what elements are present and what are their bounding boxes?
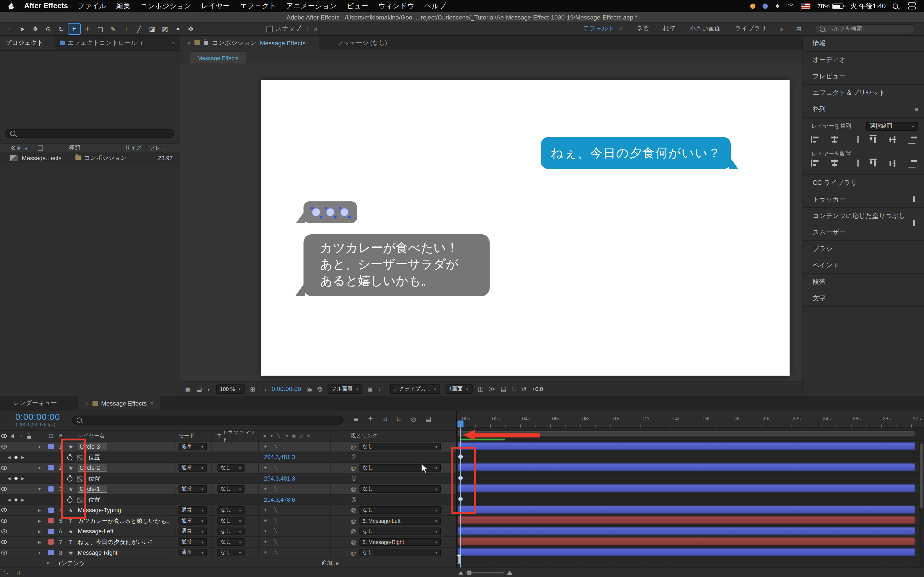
close-icon[interactable]: × — [85, 400, 89, 407]
exposure-value[interactable]: +0.0 — [532, 386, 543, 392]
align-icon-0[interactable] — [811, 136, 820, 143]
zoom-slider-thumb[interactable] — [467, 570, 471, 575]
property-row-position[interactable]: ◀◆▶位置254.3,481.3@ — [0, 474, 456, 484]
zoom-in-icon[interactable] — [507, 570, 513, 575]
layer-color-chip[interactable] — [46, 539, 55, 545]
visibility-toggle[interactable] — [0, 466, 8, 470]
panel-section-トラッカー[interactable]: トラッカー — [803, 191, 924, 208]
next-keyframe-icon[interactable]: ▶ — [21, 476, 24, 481]
blend-mode-select[interactable]: 通常▼ — [178, 485, 207, 493]
align-icon-2[interactable] — [850, 136, 858, 143]
parent-select[interactable]: なし▼ — [359, 527, 441, 535]
viewer-time-display[interactable]: 0:00:00:00 — [272, 386, 301, 392]
property-row-position[interactable]: ◀◆▶位置294.3,481.3@ — [0, 452, 456, 463]
trkmat-select[interactable]: なし▼ — [218, 538, 245, 546]
blend-mode-select[interactable]: 通常▼ — [178, 464, 207, 472]
panel-section-ペイント[interactable]: ペイント — [803, 257, 924, 274]
panel-section-エフェクト＆プリセット[interactable]: エフェクト＆プリセット — [803, 85, 924, 102]
tab-effect-controls[interactable]: エフェクトコントロール（ — [55, 35, 149, 50]
quality-switch-icon[interactable]: ✦ — [263, 486, 267, 492]
pickwhip-icon[interactable]: @ — [351, 518, 356, 524]
draft-switch-icon[interactable]: ╲ — [275, 444, 277, 449]
trkmat-select[interactable]: なし▼ — [218, 506, 245, 514]
layer-color-chip[interactable] — [46, 518, 55, 524]
layer-name[interactable]: カツカレーが食...ると嬉しいかも。 — [75, 517, 176, 524]
menu-item-レイヤー[interactable]: レイヤー — [201, 1, 230, 11]
layer-track-Message-Left[interactable] — [457, 526, 924, 537]
menu-clock[interactable]: 火 午後1:40 — [850, 2, 886, 10]
zoom-out-icon[interactable] — [459, 571, 463, 575]
input-source-icon[interactable]: ❖ — [775, 3, 780, 9]
snap-angle-icon[interactable]: ⊿ — [313, 26, 318, 32]
draft-switch-icon[interactable]: ╲ — [275, 550, 277, 555]
visibility-toggle[interactable] — [0, 508, 8, 512]
selection-tool-icon[interactable]: ➤ — [16, 24, 28, 34]
workspace-デフォルト[interactable]: デフォルト — [583, 25, 615, 33]
quality-switch-icon[interactable]: ✦ — [263, 539, 267, 545]
lock-icon[interactable] — [204, 41, 208, 45]
layer-color-chip[interactable] — [46, 444, 55, 449]
workspace-学習[interactable]: 学習 — [636, 25, 649, 33]
layer-expander[interactable]: ▶ — [33, 529, 46, 533]
eraser-tool-icon[interactable]: ▨ — [159, 24, 171, 34]
status-dot2-icon[interactable] — [762, 3, 768, 8]
snap-checkbox[interactable] — [267, 26, 273, 32]
tab-composition[interactable]: × コンポジション Message Effects ≡ — [180, 35, 319, 50]
layer-track-ねぇ、今日の夕食何がいい?[interactable] — [457, 536, 924, 547]
language-flag-icon[interactable] — [801, 3, 810, 9]
panel-section-align[interactable]: 整列 ≡ — [803, 102, 924, 118]
property-value[interactable]: 294.3,481.3 — [264, 452, 295, 462]
parent-column-header[interactable]: 親とリンク — [330, 431, 457, 441]
layer-row-Circle-1[interactable]: ▼3★Circle-1通常▼なし▼✦╲@なし▼ — [0, 484, 456, 495]
switches-column-header[interactable]: ♣ ✦ ╲ fx ▦ ◎ ✭ — [258, 431, 330, 441]
layer-expander[interactable]: ▶ — [33, 519, 46, 523]
camera-select[interactable]: アクティブカ...▼ — [390, 384, 440, 393]
blend-mode-select[interactable]: 通常▼ — [178, 527, 207, 535]
layer-duration-bar[interactable] — [458, 527, 915, 535]
panel-section-段落[interactable]: 段落 — [803, 274, 924, 290]
workspace-小さい画面[interactable]: 小さい画面 — [690, 25, 721, 33]
layer-color-chip[interactable] — [46, 465, 55, 471]
close-icon[interactable]: × — [187, 40, 191, 46]
fast-preview-icon[interactable]: ≫ — [489, 385, 496, 393]
layer-duration-bar[interactable] — [458, 548, 915, 556]
align-icon-3[interactable] — [870, 135, 877, 144]
layer-track-Message-Typing[interactable] — [457, 504, 924, 515]
distribute-icon-3[interactable] — [870, 159, 877, 168]
layer-name[interactable]: Message-Right — [75, 549, 176, 556]
pickwhip-icon[interactable]: @ — [351, 474, 357, 483]
grid-guides-icon[interactable]: ▦ — [185, 385, 191, 393]
quality-switch-icon[interactable]: ✦ — [263, 529, 267, 534]
hand-tool-icon[interactable]: ✥ — [29, 24, 41, 34]
project-search-input[interactable] — [5, 129, 174, 138]
status-dot-icon[interactable] — [750, 3, 755, 8]
distribute-icon-0[interactable] — [811, 160, 820, 167]
graph-editor-icon[interactable]: ▤ — [425, 415, 431, 423]
timeline-scrollbar[interactable] — [919, 442, 924, 566]
layer-row-ねぇ、今日の夕食何がいい?[interactable]: ▶7Tねぇ、今日の夕食何がいい?通常▼なし▼✦╲@8. Message-Righ… — [0, 537, 456, 548]
app-name[interactable]: After Effects — [24, 2, 68, 10]
layer-track-カツカレーが食...ると嬉しいかも。[interactable] — [457, 515, 924, 526]
tab-footage[interactable]: フッテージ (なし) — [330, 35, 394, 50]
layer-expander[interactable]: ▶ — [33, 508, 46, 513]
property-label[interactable]: 位置 — [88, 495, 100, 504]
pickwhip-icon[interactable]: @ — [351, 444, 356, 450]
visibility-toggle[interactable] — [0, 529, 8, 533]
layer-color-chip[interactable] — [46, 529, 55, 534]
layer-row-Message-Right[interactable]: ▼8★Message-Right通常▼なし▼✦╲@なし▼ — [0, 548, 456, 558]
resolution-select[interactable]: フル画質▼ — [328, 384, 362, 393]
pickwhip-icon[interactable]: @ — [351, 452, 357, 462]
menu-item-ビュー[interactable]: ビュー — [347, 1, 368, 11]
layer-duration-bar[interactable] — [458, 485, 915, 492]
reset-exposure-icon[interactable]: ↺ — [522, 385, 527, 393]
parent-select[interactable]: 6. Message-Left▼ — [359, 517, 441, 524]
keyframe-icon[interactable]: ◆ — [14, 497, 18, 502]
workspace-標準[interactable]: 標準 — [663, 25, 675, 33]
panel-section-文字[interactable]: 文字 — [803, 290, 924, 307]
layer-duration-bar[interactable] — [458, 506, 915, 514]
apple-menu-icon[interactable] — [8, 2, 15, 10]
menu-item-ヘルプ[interactable]: ヘルプ — [425, 1, 446, 11]
trkmat-select[interactable]: なし▼ — [218, 464, 245, 472]
prev-keyframe-icon[interactable]: ◀ — [8, 497, 11, 502]
snap-toggle[interactable]: スナップ — [267, 25, 301, 33]
